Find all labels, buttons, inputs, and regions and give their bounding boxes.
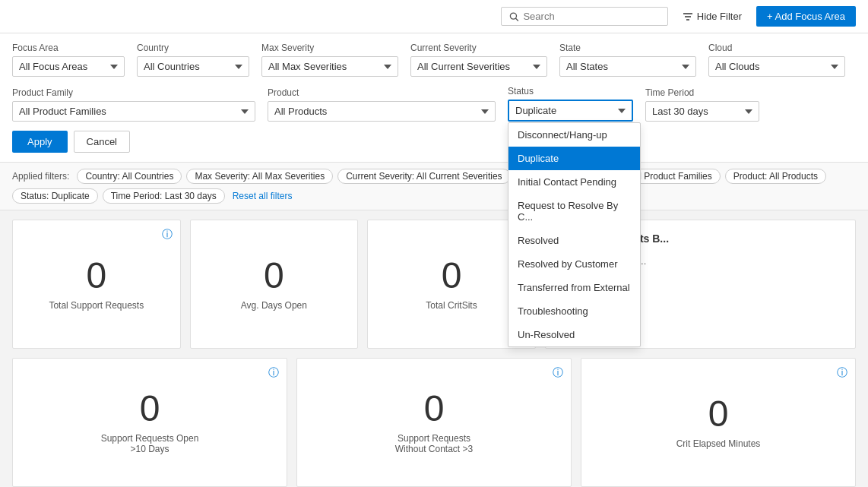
- country-group: Country All Countries: [137, 43, 249, 77]
- support-open-card: ⓘ 0 Support Requests Open>10 Days: [12, 358, 287, 487]
- max-severity-label: Max Severity: [261, 43, 398, 53]
- filter-panel: Focus Area All Focus Areas Country All C…: [0, 33, 868, 163]
- product-family-group: Product Family All Product Families: [12, 87, 255, 122]
- cloud-label: Cloud: [708, 43, 845, 53]
- filter-row-1: Focus Area All Focus Areas Country All C…: [12, 43, 856, 77]
- total-support-info-icon[interactable]: ⓘ: [162, 228, 173, 242]
- applied-filters-label: Applied filters:: [12, 171, 69, 182]
- search-input[interactable]: [523, 11, 659, 22]
- status-option-transferred[interactable]: Transferred from External: [508, 276, 640, 299]
- svg-line-1: [515, 18, 518, 21]
- time-period-group: Time Period Last 30 days: [645, 87, 759, 122]
- time-period-select[interactable]: Last 30 days: [645, 101, 759, 122]
- filter-tag-product: Product: All Products: [725, 169, 826, 184]
- top-bar: Hide Filter + Add Focus Area: [0, 0, 868, 33]
- country-select[interactable]: All Countries: [137, 56, 249, 77]
- filter-row-2: Product Family All Product Families Prod…: [12, 86, 856, 122]
- support-no-contact-info-icon[interactable]: ⓘ: [553, 366, 563, 380]
- support-no-contact-value: 0: [424, 391, 445, 427]
- status-option-resolved[interactable]: Resolved: [508, 229, 640, 252]
- current-severity-group: Current Severity All Current Severities: [410, 43, 547, 77]
- reset-all-filters-link[interactable]: Reset all filters: [233, 191, 293, 201]
- total-support-label: Total Support Requests: [49, 300, 144, 311]
- focus-area-label: Focus Area: [12, 43, 125, 53]
- crit-elapsed-card: ⓘ 0 Crit Elapsed Minutes: [581, 358, 856, 487]
- metrics-row-1: ⓘ 0 Total Support Requests 0 Avg. Days O…: [12, 220, 856, 349]
- state-group: State All States: [559, 43, 696, 77]
- search-box[interactable]: [501, 7, 668, 26]
- action-row: Apply Cancel: [12, 131, 856, 153]
- status-group: Status Duplicate Disconnect/Hang-up Init…: [508, 86, 633, 122]
- status-option-unresolved[interactable]: Un-Resolved: [508, 323, 640, 346]
- current-severity-select[interactable]: All Current Severities: [410, 56, 547, 77]
- current-severity-label: Current Severity: [410, 43, 547, 53]
- filter-tag-status: Status: Duplicate: [12, 188, 98, 204]
- total-support-value: 0: [86, 258, 106, 294]
- cloud-select[interactable]: All Clouds: [708, 56, 845, 77]
- filter-tag-max-severity: Max Severity: All Max Severities: [186, 169, 333, 184]
- focus-area-group: Focus Area All Focus Areas: [12, 43, 125, 77]
- crit-elapsed-info-icon[interactable]: ⓘ: [837, 366, 847, 380]
- metrics-row-2: ⓘ 0 Support Requests Open>10 Days ⓘ 0 Su…: [12, 358, 856, 487]
- apply-button[interactable]: Apply: [12, 131, 68, 153]
- filter-tag-country: Country: All Countries: [77, 169, 182, 184]
- product-select[interactable]: All Products: [268, 101, 496, 122]
- avg-days-value: 0: [264, 258, 284, 294]
- status-label: Status: [508, 86, 633, 96]
- filter-tag-time-period: Time Period: Last 30 days: [103, 188, 225, 204]
- product-label: Product: [268, 87, 496, 98]
- support-open-info-icon[interactable]: ⓘ: [268, 366, 279, 380]
- time-period-label: Time Period: [645, 87, 759, 98]
- max-severity-group: Max Severity All Max Severities: [261, 43, 398, 77]
- main-content: ⓘ 0 Total Support Requests 0 Avg. Days O…: [0, 210, 868, 487]
- product-family-select[interactable]: All Product Families: [12, 101, 255, 122]
- status-option-request-resolve[interactable]: Request to Resolve By C...: [508, 194, 640, 229]
- support-no-contact-card: ⓘ 0 Support RequestsWithout Contact >3: [296, 358, 572, 487]
- support-open-label: Support Requests Open>10 Days: [101, 433, 199, 454]
- max-severity-select[interactable]: All Max Severities: [261, 56, 398, 77]
- status-dropdown-menu: Disconnect/Hang-up Duplicate Initial Con…: [508, 122, 641, 347]
- total-support-card: ⓘ 0 Total Support Requests: [12, 220, 181, 349]
- search-icon: [509, 11, 519, 22]
- support-open-value: 0: [140, 391, 160, 427]
- add-focus-area-button[interactable]: + Add Focus Area: [756, 6, 856, 27]
- filter-tag-current-severity: Current Severity: All Current Severities: [337, 169, 510, 184]
- state-select[interactable]: All States: [559, 56, 696, 77]
- state-label: State: [559, 43, 696, 53]
- applied-filters-bar: Applied filters: Country: All Countries …: [0, 163, 868, 210]
- product-family-label: Product Family: [12, 87, 255, 98]
- hide-filter-label: Hide Filter: [697, 11, 742, 22]
- cloud-group: Cloud All Clouds: [708, 43, 845, 77]
- status-option-disconnect[interactable]: Disconnect/Hang-up: [508, 123, 640, 147]
- cancel-button[interactable]: Cancel: [74, 131, 130, 153]
- add-focus-label: + Add Focus Area: [767, 11, 845, 22]
- status-option-troubleshooting[interactable]: Troubleshooting: [508, 299, 640, 323]
- country-label: Country: [137, 43, 249, 53]
- crit-elapsed-label: Crit Elapsed Minutes: [676, 438, 761, 449]
- product-group: Product All Products: [268, 87, 496, 122]
- status-option-initial-contact[interactable]: Initial Contact Pending: [508, 170, 640, 194]
- avg-days-label: Avg. Days Open: [241, 300, 307, 311]
- support-no-contact-label: Support RequestsWithout Contact >3: [395, 433, 473, 454]
- crit-elapsed-value: 0: [708, 396, 729, 432]
- status-select[interactable]: Duplicate Disconnect/Hang-up Initial Con…: [508, 100, 633, 122]
- focus-area-select[interactable]: All Focus Areas: [12, 56, 125, 77]
- status-option-duplicate[interactable]: Duplicate: [508, 147, 640, 170]
- status-option-resolved-customer[interactable]: Resolved by Customer: [508, 252, 640, 276]
- avg-days-card: 0 Avg. Days Open: [190, 220, 359, 349]
- filter-icon: [683, 11, 693, 22]
- total-critsits-value: 0: [442, 258, 462, 294]
- hide-filter-button[interactable]: Hide Filter: [674, 6, 750, 27]
- total-critsits-label: Total CritSits: [426, 300, 477, 311]
